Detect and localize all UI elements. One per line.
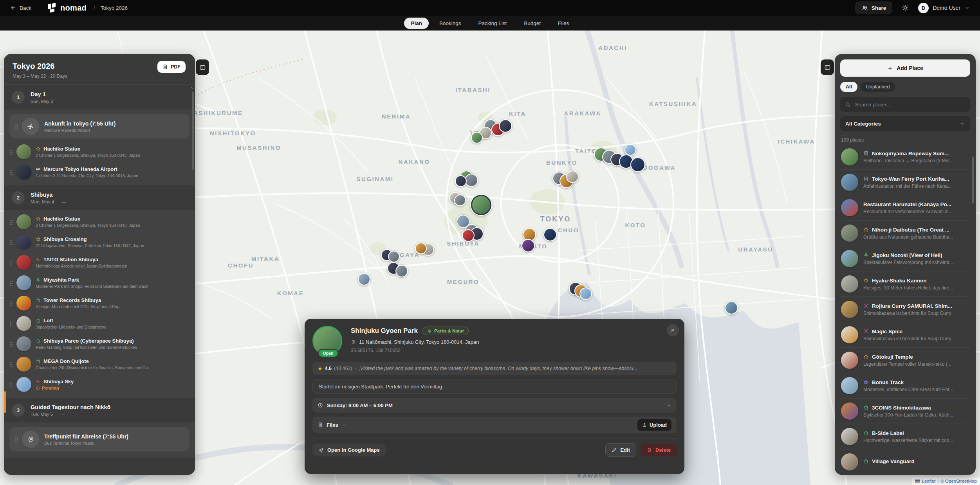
place-list-item[interactable]: Nokogiriyama Ropeway Sum... Seilbahn: Ta…	[840, 144, 970, 170]
place-list-item[interactable]: Village Vanguard	[840, 449, 970, 474]
map-marker[interactable]	[566, 171, 579, 183]
open-google-maps-button[interactable]: Open in Google Maps	[312, 444, 386, 456]
drag-handle[interactable]	[9, 149, 13, 155]
day-header[interactable]: 1 Day 1 Sun, May 3 —	[4, 85, 195, 110]
map-marker[interactable]	[543, 228, 557, 241]
chevron-down-icon[interactable]	[179, 407, 185, 413]
tab-files[interactable]: Files	[551, 18, 576, 29]
map-marker[interactable]	[395, 265, 408, 277]
itinerary-item[interactable]: Shibuya Crossing 21 Udagawacho, Shibuya,…	[4, 232, 195, 252]
map-marker[interactable]	[630, 157, 645, 172]
place-list-item[interactable]: Magic Spice Shimokitazawa ist berühmt fü…	[840, 322, 970, 348]
upload-button[interactable]: Upload	[637, 419, 671, 431]
filter-unplanned[interactable]: Unplanned	[861, 82, 895, 92]
add-place-button[interactable]: Add Place	[840, 59, 970, 77]
map-marker[interactable]	[465, 174, 478, 187]
itinerary-event-card[interactable]: Ankunft in Tokyo (7:55 Uhr) Mercure Hane…	[9, 114, 190, 138]
itinerary-item[interactable]: Hachiko Statue 2 Chome-1 Dogenzaka, Shib…	[4, 212, 195, 232]
drag-handle[interactable]	[9, 300, 13, 306]
day-notes-icon[interactable]	[165, 407, 171, 413]
tab-budget[interactable]: Budget	[517, 18, 547, 29]
chevron-down-icon[interactable]	[179, 94, 185, 101]
files-row[interactable]: Files Upload	[312, 417, 677, 433]
map-marker[interactable]	[522, 239, 535, 252]
map-marker[interactable]	[454, 194, 466, 206]
osm-link[interactable]: © OpenStreetMap	[940, 479, 977, 483]
place-list-item[interactable]: Bonus Track Modernes, dörfliches Café-Ar…	[840, 373, 970, 399]
day-header[interactable]: 3 Guided Tagestour nach Nikkō Tue, May 5…	[4, 398, 195, 422]
itinerary-item[interactable]: MEGA Don Quijote Chaotischer 24h-Discoun…	[4, 354, 195, 374]
drag-handle[interactable]	[9, 280, 13, 286]
itinerary-item[interactable]: Mercure Tokyo Haneda Airport 1-chōme-2-1…	[4, 162, 195, 182]
map-marker[interactable]	[415, 242, 427, 254]
drag-handle[interactable]	[9, 219, 13, 225]
place-list-item[interactable]: Rojiura Curry SAMURAI. Shim... Shimokita…	[840, 297, 970, 322]
category-dropdown[interactable]: All Categories	[840, 116, 970, 131]
day-notes-icon[interactable]	[165, 94, 171, 101]
pencil-icon[interactable]	[114, 405, 119, 410]
delete-button[interactable]: Delete	[641, 444, 677, 456]
drag-handle[interactable]	[9, 169, 13, 175]
itinerary-item[interactable]: Hachiko Statue 2 Chome-1 Dogenzaka, Shib…	[4, 142, 195, 162]
itinerary-item[interactable]: Loft Japanischer Lifestyle- und Designst…	[4, 313, 195, 334]
day-header[interactable]: 2 Shibuya Mon, May 4 —	[4, 185, 195, 210]
edit-button[interactable]: Edit	[605, 443, 636, 457]
day-notes-icon[interactable]	[165, 195, 171, 201]
tab-packing-list[interactable]: Packing List	[471, 18, 513, 29]
close-button[interactable]	[667, 324, 679, 336]
drag-handle[interactable]	[9, 239, 13, 245]
drag-handle[interactable]	[9, 321, 13, 327]
review-summary[interactable]: ★ 4.6 (43.462) · „Visited the park and w…	[312, 362, 677, 375]
map-marker[interactable]	[388, 251, 400, 262]
itinerary-item[interactable]: Shibuya Parco (Cyberspace Shibuya) Retro…	[4, 334, 195, 354]
itinerary-event-card[interactable]: Treffpunkt für Abreise (7:55 Uhr) Bus Te…	[9, 427, 190, 451]
place-list-item[interactable]: Gōtokuji Temple Legendärer Tempel voller…	[840, 348, 970, 373]
collapse-right-panel-button[interactable]	[821, 59, 834, 75]
tab-bookings[interactable]: Bookings	[433, 18, 468, 29]
drag-handle[interactable]	[9, 341, 13, 347]
map-marker[interactable]	[579, 287, 592, 300]
place-list-item[interactable]: B-Side Label Hochwertige, wasserfeste St…	[840, 424, 970, 449]
tab-plan[interactable]: Plan	[404, 18, 429, 29]
collapse-left-panel-button[interactable]	[196, 59, 209, 75]
drag-handle[interactable]	[9, 260, 13, 266]
itinerary-item[interactable]: Tower Records Shibuya Riesiger Musiklade…	[4, 293, 195, 313]
map-marker[interactable]	[462, 229, 475, 242]
export-pdf-button[interactable]: PDF	[157, 61, 186, 73]
theme-toggle-sun-icon[interactable]	[902, 4, 909, 11]
map-marker[interactable]	[455, 175, 467, 187]
leaflet-link[interactable]: Leaflet	[922, 479, 936, 483]
chevron-down-icon[interactable]	[179, 195, 185, 201]
place-list-item[interactable]: Nihon-ji Daibutsu (The Great ... Größte …	[840, 221, 970, 246]
drag-handle[interactable]	[15, 124, 18, 129]
place-list-item[interactable]: Tokyo-Wan Ferry Port Kuriha... Abfahrtss…	[840, 170, 970, 195]
back-button[interactable]: Back	[10, 5, 31, 11]
map-marker[interactable]	[725, 301, 738, 314]
share-button[interactable]: Share	[855, 2, 893, 14]
trip-scrollbar[interactable]	[192, 92, 194, 170]
map-marker[interactable]	[471, 132, 483, 144]
pencil-icon[interactable]	[56, 192, 61, 197]
note-input[interactable]	[318, 383, 671, 390]
itinerary-item[interactable]: Miyashita Park Moderner Park mit Shops, …	[4, 273, 195, 293]
drag-handle[interactable]	[9, 361, 13, 367]
map-marker[interactable]	[499, 119, 512, 133]
itinerary-item[interactable]: Shibuya Sky Pending	[4, 374, 195, 395]
place-list-item[interactable]: Restaurant Harunatei (Kanaya Po... Resta…	[840, 195, 970, 221]
map-marker-selected[interactable]	[471, 195, 491, 215]
itinerary-item[interactable]: TAITO Station Shibuya Mehrstöckige Arcad…	[4, 252, 195, 273]
place-list-item[interactable]: Jigoku Nozoki (View of Hell) Spektakulär…	[840, 246, 970, 271]
drag-handle[interactable]	[15, 436, 18, 442]
place-list-item[interactable]: Hyaku-Shaku Kannon Riesiges, 30 Meter ho…	[840, 271, 970, 297]
user-menu[interactable]: D Demo User	[918, 3, 970, 13]
place-list-item[interactable]: 3COINS Shimokitazawa Stylischer 300-Yen-…	[840, 399, 970, 424]
opening-hours-row[interactable]: Sunday: 9:00 AM – 6:00 PM	[312, 398, 677, 413]
filter-all[interactable]: All	[840, 82, 857, 92]
nomad-logo[interactable]: nomad	[47, 3, 87, 13]
map-marker[interactable]	[624, 144, 636, 156]
search-places-input[interactable]	[854, 101, 966, 108]
pencil-icon[interactable]	[49, 92, 54, 97]
drag-handle[interactable]	[9, 382, 13, 388]
places-scrollbar[interactable]	[972, 156, 974, 203]
map-marker[interactable]	[358, 273, 370, 286]
